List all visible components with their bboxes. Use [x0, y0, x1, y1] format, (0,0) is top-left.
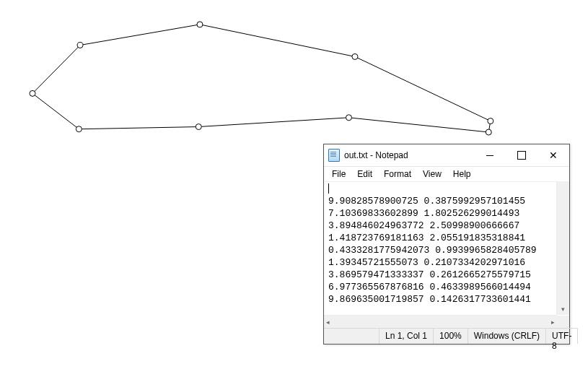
close-button[interactable]: ✕: [537, 144, 569, 166]
menu-file[interactable]: File: [327, 168, 351, 181]
window-title: out.txt - Notepad: [344, 150, 474, 160]
status-zoom: 100%: [434, 328, 468, 344]
svg-marker-0: [32, 25, 491, 132]
scroll-left-icon: ◂: [324, 316, 332, 328]
notepad-window: out.txt - Notepad ✕ File Edit Format Vie…: [323, 144, 570, 344]
menu-view[interactable]: View: [418, 168, 447, 181]
scroll-right-icon: ▸: [549, 316, 557, 328]
text-caret: [328, 183, 329, 194]
minimize-button[interactable]: [474, 144, 506, 166]
vertex-handle[interactable]: [486, 129, 491, 135]
vertex-handle[interactable]: [346, 115, 351, 121]
menu-format[interactable]: Format: [379, 168, 416, 181]
vertical-scrollbar[interactable]: ▾: [556, 181, 569, 315]
statusbar: Ln 1, Col 1 100% Windows (CRLF) UTF-8: [324, 328, 569, 344]
text-area[interactable]: 9.90828578900725 0.3875992957101455 7.10…: [324, 181, 569, 315]
minimize-icon: [486, 155, 493, 156]
scroll-down-icon: ▾: [559, 303, 567, 315]
menubar: File Edit Format View Help: [324, 167, 569, 182]
status-encoding: UTF-8: [546, 328, 578, 344]
titlebar[interactable]: out.txt - Notepad ✕: [324, 144, 569, 167]
vertex-handle[interactable]: [488, 118, 493, 124]
close-icon: ✕: [549, 150, 558, 160]
maximize-button[interactable]: [506, 144, 537, 166]
vertex-handle[interactable]: [352, 53, 358, 59]
status-eol: Windows (CRLF): [468, 328, 546, 344]
vertex-handle[interactable]: [77, 43, 83, 48]
vertex-handle[interactable]: [197, 22, 203, 27]
menu-help[interactable]: Help: [448, 168, 476, 181]
vertex-handle[interactable]: [76, 126, 82, 132]
maximize-icon: [517, 151, 526, 160]
status-spacer: [324, 328, 379, 344]
vertex-handle[interactable]: [30, 90, 35, 96]
vertex-handle[interactable]: [196, 124, 201, 130]
status-position: Ln 1, Col 1: [379, 328, 434, 344]
notepad-document-icon: [328, 149, 340, 162]
menu-edit[interactable]: Edit: [352, 168, 377, 181]
scrollbar-corner: [557, 316, 569, 328]
horizontal-scrollbar[interactable]: ◂ ▸: [324, 315, 557, 328]
